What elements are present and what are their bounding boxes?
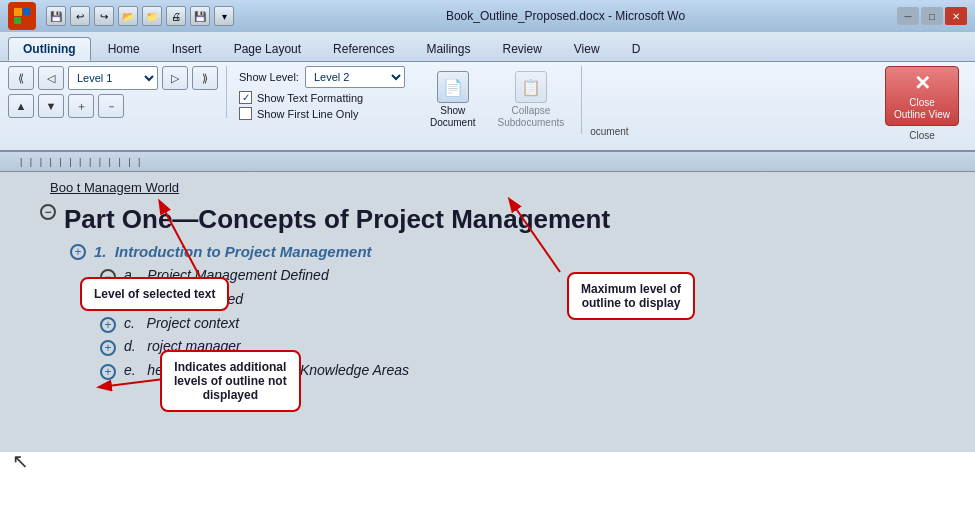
show-document-label: ShowDocument [430,105,476,129]
project-defined-text: b. Project Defined [124,290,243,310]
project-defined-numbering: b. [124,291,136,307]
folder-icon[interactable]: 📁 [142,6,162,26]
knowledge-text: e. he Project Management Knowledge Areas [124,361,409,381]
close-outline-icon: ✕ [914,71,931,95]
close-window-button[interactable]: ✕ [945,7,967,25]
outline-item-context: c. Project context [30,314,955,334]
tab-outlining[interactable]: Outlining [8,37,91,61]
save-icon[interactable]: 💾 [46,6,66,26]
level-select[interactable]: Level 1 Level 2 Level 3 Body Text [68,66,158,90]
expand-button[interactable]: ＋ [68,94,94,118]
pm-defined-text: a. Project Management Defined [124,266,329,286]
collapse-pm-defined-button[interactable] [100,269,116,285]
tab-references[interactable]: References [318,37,409,61]
master-document-group: 📄 ShowDocument 📋 CollapseSubdocuments [413,66,582,134]
knowledge-numbering: e. [124,362,136,378]
save2-icon[interactable]: 💾 [190,6,210,26]
ruler-marks: | | | | | | | | | | | | | [20,157,140,167]
tab-view[interactable]: View [559,37,615,61]
svg-rect-1 [23,8,30,15]
callout-indicates-more: Indicates additionallevels of outline no… [160,350,301,412]
outline-nav-row: ⟪ ◁ Level 1 Level 2 Level 3 Body Text ▷ … [8,66,218,90]
outline-level-group: ⟪ ◁ Level 1 Level 2 Level 3 Body Text ▷ … [8,66,227,118]
title-bar: 💾 ↩ ↪ 📂 📁 🖨 💾 ▾ Book_Outline_Proposed.do… [0,0,975,32]
cursor-icon: ↖ [12,449,29,473]
svg-rect-2 [14,17,21,24]
collapse-subdocuments-icon: 📋 [515,71,547,103]
indent-row: ▲ ▼ ＋ － [8,94,124,118]
pm-manager-text: d. roject manager [124,337,241,357]
maximize-button[interactable]: □ [921,7,943,25]
office-logo [8,2,36,30]
tab-home[interactable]: Home [93,37,155,61]
context-text: c. Project context [124,314,239,334]
show-text-formatting-row: Show Text Formatting [239,91,405,104]
show-first-line-checkbox[interactable] [239,107,252,120]
collapse-subdocuments-button[interactable]: 📋 CollapseSubdocuments [489,66,574,134]
intro-numbering: 1. [94,243,107,260]
outline-item-pm-defined: a. Project Management Defined [30,266,955,286]
expand-intro-button[interactable] [70,244,86,260]
show-text-formatting-checkbox[interactable] [239,91,252,104]
collapse-subdocuments-label: CollapseSubdocuments [498,105,565,129]
show-level-select[interactable]: Level 1 Level 2 Level 3 All Levels [305,66,405,88]
close-outline-label: CloseOutline View [894,97,950,121]
tab-page-layout[interactable]: Page Layout [219,37,316,61]
ribbon-tabs: Outlining Home Insert Page Layout Refere… [0,32,975,62]
window-controls: ─ □ ✕ [897,7,967,25]
print-icon[interactable]: 🖨 [166,6,186,26]
show-first-line-row: Show First Line Only [239,107,405,120]
collapse-project-defined-button[interactable] [100,293,116,309]
outline-item-part-one: Part One—Concepts of Project Management [30,201,955,237]
undo-icon[interactable]: ↩ [70,6,90,26]
collapse-part-one-button[interactable] [40,204,56,220]
pm-manager-numbering: d. [124,338,136,354]
show-text-formatting-label: Show Text Formatting [257,92,363,104]
expand-pm-manager-button[interactable] [100,340,116,356]
redo-icon[interactable]: ↪ [94,6,114,26]
move-down-button[interactable]: ▼ [38,94,64,118]
move-up-button[interactable]: ▲ [8,94,34,118]
show-document-icon: 📄 [437,71,469,103]
ruler: | | | | | | | | | | | | | [0,152,975,172]
tab-review[interactable]: Review [487,37,556,61]
promote-button[interactable]: ◁ [38,66,64,90]
pm-defined-numbering: a. [124,267,136,283]
book-title: Boo t Managem World [30,180,955,195]
svg-rect-3 [23,17,30,24]
expand-context-button[interactable] [100,317,116,333]
outline-item-project-defined: b. Project Defined [30,290,955,310]
close-group-label: Close [909,130,935,141]
show-level-group: Show Level: Level 1 Level 2 Level 3 All … [235,66,405,120]
demote-to-body-button[interactable]: ⟫ [192,66,218,90]
tab-mailings[interactable]: Mailings [411,37,485,61]
expand-icon[interactable]: ▾ [214,6,234,26]
show-level-label: Show Level: [239,71,299,83]
context-numbering: c. [124,315,135,331]
quick-access-toolbar: 💾 ↩ ↪ 📂 📁 🖨 💾 ▾ [46,6,234,26]
show-first-line-label: Show First Line Only [257,108,358,120]
ribbon: ⟪ ◁ Level 1 Level 2 Level 3 Body Text ▷ … [0,62,975,152]
collapse-button[interactable]: － [98,94,124,118]
demote-button[interactable]: ▷ [162,66,188,90]
outline-item-intro: 1. Introduction to Project Management [30,241,955,262]
promote-to-heading1-button[interactable]: ⟪ [8,66,34,90]
minimize-button[interactable]: ─ [897,7,919,25]
outline-item-pm-manager: d. roject manager [30,337,955,357]
tab-extra[interactable]: D [617,37,656,61]
svg-rect-0 [14,8,22,16]
part-one-text: Part One—Concepts of Project Management [64,201,610,237]
outline-item-knowledge: e. he Project Management Knowledge Areas [30,361,955,381]
ocument-label: ocument [590,66,628,137]
document-area: Boo t Managem World Part One—Concepts of… [0,172,975,452]
expand-knowledge-button[interactable] [100,364,116,380]
show-document-button[interactable]: 📄 ShowDocument [421,66,485,134]
window-title: Book_Outline_Proposed.docx - Microsoft W… [240,9,891,23]
close-outline-view-button[interactable]: ✕ CloseOutline View [885,66,959,126]
open-icon[interactable]: 📂 [118,6,138,26]
intro-text: 1. Introduction to Project Management [94,241,372,262]
tab-insert[interactable]: Insert [157,37,217,61]
show-level-row: Show Level: Level 1 Level 2 Level 3 All … [239,66,405,88]
